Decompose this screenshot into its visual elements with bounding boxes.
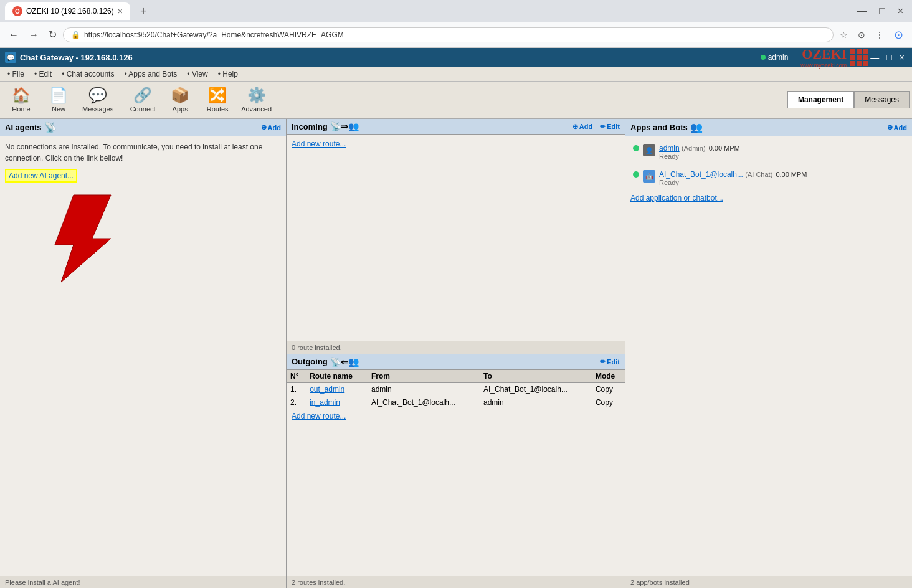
outgoing-body: N° Route name From To Mode 1. out_admin (287, 370, 625, 576)
add-label: Add (268, 124, 281, 131)
ai-agents-add-action[interactable]: ⊕ Add (261, 123, 281, 131)
incoming-title: Incoming (292, 122, 328, 131)
home-button[interactable]: 🏠 Home (2, 84, 40, 115)
status-dot-chatbot (633, 171, 639, 178)
incoming-section: Incoming 📡⇒👥 ⊕ Add ✏ Edit Add new route.… (287, 119, 625, 354)
chatbot-name-link[interactable]: AI_Chat_Bot_1@localh... (659, 170, 743, 179)
chatbot-icon: 🤖 (643, 170, 655, 183)
browser-maximize[interactable]: □ (875, 3, 889, 19)
browser-minimize[interactable]: — (853, 3, 870, 19)
menu-edit[interactable]: Edit (29, 69, 57, 80)
profile-button[interactable]: ⊙ (854, 27, 869, 42)
add-app-chatbot-link[interactable]: Add application or chatbot... (630, 194, 723, 202)
row-to: AI_Chat_Bot_1@localh... (480, 382, 592, 396)
lock-icon: 🔒 (71, 31, 80, 39)
outgoing-edit-action[interactable]: ✏ Edit (600, 358, 620, 366)
toolbar: 🏠 Home 📄 New 💬 Messages 🔗 Connect 📦 Apps… (0, 82, 912, 119)
browser-chrome: O OZEKI 10 (192.168.0.126) × + — □ × ← →… (0, 0, 912, 48)
chatbot-type-text: AI Chat (748, 171, 771, 178)
incoming-add-action[interactable]: ⊕ Add (572, 123, 592, 131)
advanced-button[interactable]: ⚙️ Advanced (236, 84, 277, 115)
row-num: 2. (287, 396, 306, 409)
refresh-button[interactable]: ↻ (45, 26, 60, 43)
forward-button[interactable]: → (25, 27, 42, 43)
edit-icon: ✏ (600, 123, 606, 131)
add-icon: ⊕ (572, 123, 578, 131)
management-tab[interactable]: Management (787, 91, 854, 108)
outgoing-add-route-link[interactable]: Add new route... (292, 412, 346, 420)
table-row: 2. in_admin AI_Chat_Bot_1@localh... admi… (287, 396, 625, 409)
extensions-button[interactable]: ⋮ (872, 27, 888, 42)
browser-close[interactable]: × (894, 3, 907, 19)
incoming-add-route-link[interactable]: Add new route... (292, 140, 346, 148)
logo-grid-cell (850, 61, 855, 66)
app-title: Chat Gateway - 192.168.0.126 (20, 53, 761, 62)
messages-button[interactable]: 💬 Messages (77, 84, 118, 115)
incoming-edit-action[interactable]: ✏ Edit (600, 123, 620, 131)
new-button[interactable]: 📄 New (40, 84, 77, 115)
routes-button[interactable]: 🔀 Routes (199, 84, 236, 115)
menu-chat-accounts[interactable]: Chat accounts (57, 69, 119, 80)
logo-grid-cell (850, 49, 855, 54)
apps-button[interactable]: 📦 Apps (161, 84, 199, 115)
toolbar-separator-1 (121, 87, 121, 112)
app-titlebar: 💬 Chat Gateway - 192.168.0.126 admin OZE… (0, 48, 912, 67)
add-ai-agent-link[interactable]: Add new AI agent... (5, 169, 77, 183)
apps-bots-add-action[interactable]: ⊕ Add (887, 123, 907, 131)
incoming-routes-count: 0 route installed. (292, 344, 342, 351)
status-dot-admin (633, 145, 639, 151)
star-button[interactable]: ☆ (836, 27, 852, 42)
browser-tab[interactable]: O OZEKI 10 (192.168.0.126) × (5, 2, 130, 20)
outgoing-section: Outgoing 📡⇐👥 ✏ Edit N° Route name Fro (287, 354, 625, 589)
chrome-menu-button[interactable]: ⊙ (890, 26, 907, 44)
tab-close-button[interactable]: × (118, 6, 123, 16)
apps-label: Apps (173, 105, 188, 113)
logo-grid-cell (850, 55, 855, 60)
outgoing-table: N° Route name From To Mode 1. out_admin (287, 370, 625, 409)
row-mode: Copy (592, 382, 625, 396)
connect-label: Connect (130, 105, 156, 113)
add-icon: ⊕ (261, 123, 267, 131)
chatbot-type: (AI Chat) (745, 171, 774, 178)
menu-help[interactable]: Help (213, 69, 243, 80)
admin-type-text: Admin (684, 145, 703, 152)
ai-agents-body: No connections are installed. To communi… (0, 136, 286, 576)
app-close-button[interactable]: × (897, 52, 907, 62)
app-maximize-button[interactable]: □ (884, 52, 894, 62)
new-tab-button[interactable]: + (135, 4, 152, 19)
admin-name-link[interactable]: admin (659, 144, 680, 153)
incoming-icons: 📡⇒👥 (330, 121, 359, 131)
route-name-link[interactable]: out_admin (310, 385, 344, 394)
col-name: Route name (306, 370, 368, 383)
logo-grid-cell (863, 61, 868, 66)
route-name-link[interactable]: in_admin (310, 398, 340, 407)
ai-agents-header: AI agents 📡 ⊕ Add (0, 119, 286, 136)
center-panel: Incoming 📡⇒👥 ⊕ Add ✏ Edit Add new route.… (287, 119, 625, 588)
row-to: admin (480, 396, 592, 409)
app-minimize-button[interactable]: — (868, 52, 881, 62)
ai-agents-notice: No connections are installed. To communi… (5, 141, 281, 164)
menu-file[interactable]: File (2, 69, 29, 80)
messages-tab[interactable]: Messages (854, 91, 910, 108)
menu-apps-bots[interactable]: Apps and Bots (119, 69, 182, 80)
apps-bots-header: Apps and Bots 👥 ⊕ Add (625, 119, 912, 136)
url-text: https://localhost:9520/Chat+Gateway/?a=H… (84, 31, 825, 39)
connect-button[interactable]: 🔗 Connect (124, 84, 161, 115)
user-status-dot (761, 55, 766, 60)
app-window: 💬 Chat Gateway - 192.168.0.126 admin OZE… (0, 48, 912, 588)
address-bar[interactable]: 🔒 https://localhost:9520/Chat+Gateway/?a… (63, 27, 834, 42)
row-from: AI_Chat_Bot_1@localh... (368, 396, 480, 409)
app-entry-chatbot: 🤖 AI_Chat_Bot_1@localh... (AI Chat) 0.00… (630, 168, 907, 189)
admin-type: (Admin) (682, 145, 708, 152)
row-from: admin (368, 382, 480, 396)
outgoing-icons: 📡⇐👥 (330, 357, 359, 367)
admin-icon: 👤 (643, 144, 655, 156)
row-name: out_admin (306, 382, 368, 396)
browser-titlebar: O OZEKI 10 (192.168.0.126) × + — □ × (0, 0, 912, 22)
app-icon: 💬 (5, 52, 16, 63)
home-icon: 🏠 (12, 87, 31, 104)
back-button[interactable]: ← (5, 27, 22, 43)
new-label: New (52, 105, 65, 113)
menu-view[interactable]: View (182, 69, 212, 80)
right-tabs: Management Messages (787, 91, 910, 108)
